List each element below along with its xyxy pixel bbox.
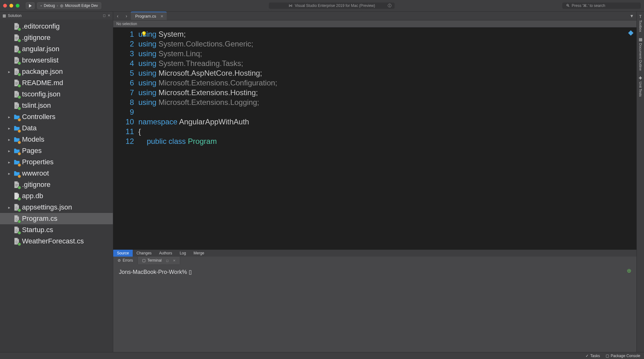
solution-tree[interactable]: .editorconfig.gitignoreangular.jsonbrows… bbox=[0, 19, 113, 352]
line-number: 2 bbox=[113, 39, 134, 49]
tree-item-tslint-json[interactable]: tslint.json bbox=[0, 100, 113, 111]
expand-chevron-icon[interactable]: ▸ bbox=[7, 137, 11, 142]
info-icon[interactable]: ⓘ bbox=[388, 3, 391, 8]
sc-tab-changes[interactable]: Changes bbox=[133, 250, 155, 257]
expand-chevron-icon[interactable]: ▸ bbox=[7, 115, 11, 119]
tree-item-wwwroot[interactable]: ▸wwwroot bbox=[0, 168, 113, 179]
minimize-window-button[interactable] bbox=[9, 4, 13, 8]
maximize-window-button[interactable] bbox=[16, 4, 19, 8]
right-tool-rail: TToolbox▦Document Outline✚Unit Tests bbox=[636, 12, 644, 352]
code-editor[interactable]: 💡 123456789101112 using System;using Sys… bbox=[113, 27, 636, 250]
tree-item-models[interactable]: ▸Models bbox=[0, 134, 113, 145]
rail-unit-tests[interactable]: ✚Unit Tests bbox=[639, 76, 642, 97]
editor-tab-strip: ‹ › Program.cs ✕ ▾ bbox=[113, 12, 636, 20]
app-title-label: Visual Studio Enterprise 2019 for Mac (P… bbox=[295, 3, 375, 8]
folder-file-icon bbox=[13, 169, 20, 177]
close-window-button[interactable] bbox=[3, 4, 7, 8]
errors-tab-label: Errors bbox=[123, 258, 133, 263]
code-line[interactable]: { bbox=[138, 127, 277, 136]
vcs-added-badge bbox=[18, 197, 21, 201]
tree-item-app-db[interactable]: app.db bbox=[0, 190, 113, 202]
rail-label: Document Outline bbox=[639, 43, 642, 71]
tree-item-label: .gitignore bbox=[22, 181, 51, 189]
vcs-added-badge bbox=[18, 242, 21, 246]
tree-item-label: Controllers bbox=[22, 113, 55, 121]
terminal-panel[interactable]: ⊕ Jons-MacBook-Pro-Work% ▯ bbox=[113, 264, 636, 352]
tree-item-appsettings-json[interactable]: ▸appsettings.json bbox=[0, 202, 113, 213]
editor-breadcrumb[interactable]: No selection bbox=[113, 20, 636, 27]
tab-overflow-button[interactable]: ▾ bbox=[627, 12, 636, 20]
expand-chevron-icon[interactable]: ▸ bbox=[7, 171, 11, 176]
code-line[interactable]: public class Program bbox=[138, 136, 277, 146]
code-line[interactable]: using System.Threading.Tasks; bbox=[138, 58, 277, 68]
sc-tab-merge[interactable]: Merge bbox=[190, 250, 208, 257]
tasks-status-button[interactable]: ✓ Tasks bbox=[586, 354, 600, 358]
tree-item-label: wwwroot bbox=[22, 169, 49, 177]
expand-chevron-icon[interactable]: ▸ bbox=[7, 205, 11, 210]
tree-item-pages[interactable]: ▸Pages bbox=[0, 145, 113, 156]
tree-item-properties[interactable]: ▸Properties bbox=[0, 156, 113, 168]
tree-item-program-cs[interactable]: Program.cs bbox=[0, 213, 113, 224]
sc-tab-log[interactable]: Log bbox=[176, 250, 190, 257]
code-line[interactable]: using Microsoft.AspNetCore.Hosting; bbox=[138, 68, 277, 78]
rail-toolbox[interactable]: TToolbox bbox=[639, 14, 642, 32]
vcs-added-badge bbox=[18, 186, 21, 189]
run-config-selector[interactable]: ▫ Debug › ◎ Microsoft Edge Dev bbox=[37, 2, 101, 9]
sc-tab-authors[interactable]: Authors bbox=[155, 250, 176, 257]
close-tab-icon[interactable]: ✕ bbox=[160, 14, 164, 19]
expand-chevron-icon[interactable]: ▸ bbox=[7, 69, 11, 74]
code-line[interactable]: using Microsoft.Extensions.Hosting; bbox=[138, 88, 277, 97]
tree-item-label: app.db bbox=[22, 192, 43, 200]
code-line[interactable]: using System.Collections.Generic; bbox=[138, 39, 277, 49]
titlebar: ▫ Debug › ◎ Microsoft Edge Dev ⋈ Visual … bbox=[0, 0, 644, 12]
rail-document-outline[interactable]: ▦Document Outline bbox=[639, 37, 642, 71]
nav-forward-button[interactable]: › bbox=[122, 12, 131, 20]
editor-tab-program[interactable]: Program.cs ✕ bbox=[131, 12, 167, 20]
terminal-popout-icon[interactable]: ◻ bbox=[166, 259, 169, 262]
tree-item-controllers[interactable]: ▸Controllers bbox=[0, 111, 113, 122]
panel-popout-icon[interactable]: ◻ bbox=[103, 14, 106, 18]
expand-chevron-icon[interactable]: ▸ bbox=[7, 149, 11, 153]
line-number: 12 bbox=[113, 136, 134, 146]
tree-item--editorconfig[interactable]: .editorconfig bbox=[0, 21, 113, 32]
code-line[interactable]: namespace AngularAppWithAuth bbox=[138, 117, 277, 127]
tree-item-readme-md[interactable]: README.md bbox=[0, 77, 113, 89]
vcs-added-badge bbox=[18, 62, 21, 65]
tree-item-data[interactable]: ▸Data bbox=[0, 122, 113, 134]
run-button[interactable] bbox=[26, 2, 35, 9]
tree-item-package-json[interactable]: ▸package.json bbox=[0, 66, 113, 77]
status-bar: ✓ Tasks ▢ Package Console bbox=[0, 352, 644, 359]
code-file-icon bbox=[13, 203, 20, 211]
code-line[interactable] bbox=[138, 107, 277, 117]
tree-item-startup-cs[interactable]: Startup.cs bbox=[0, 224, 113, 236]
tree-item-weatherforecast-cs[interactable]: WeatherForecast.cs bbox=[0, 236, 113, 247]
expand-chevron-icon[interactable]: ▸ bbox=[7, 160, 11, 165]
code-lines[interactable]: using System;using System.Collections.Ge… bbox=[138, 27, 277, 250]
code-line[interactable]: using Microsoft.Extensions.Logging; bbox=[138, 97, 277, 107]
tree-item-angular-json[interactable]: angular.json bbox=[0, 43, 113, 55]
code-file-icon bbox=[13, 226, 20, 234]
nav-back-button[interactable]: ‹ bbox=[113, 12, 122, 20]
sc-tab-source[interactable]: Source bbox=[113, 250, 133, 257]
vs-logo-icon: ⋈ bbox=[289, 3, 292, 8]
code-line[interactable]: using System.Linq; bbox=[138, 49, 277, 58]
errors-tab[interactable]: ⊘ Errors bbox=[113, 257, 138, 264]
terminal-tab[interactable]: ▢ Terminal ◻ ✕ bbox=[138, 257, 180, 264]
code-line[interactable]: using Microsoft.Extensions.Configuration… bbox=[138, 78, 277, 88]
code-line[interactable]: using System; bbox=[138, 29, 277, 39]
rail-label: Toolbox bbox=[639, 20, 642, 32]
global-search-input[interactable]: 🔍︎ Press '⌘.' to search bbox=[562, 3, 641, 9]
package-console-button[interactable]: ▢ Package Console bbox=[606, 354, 640, 358]
tree-item-tsconfig-json[interactable]: tsconfig.json bbox=[0, 89, 113, 100]
tree-item--gitignore[interactable]: .gitignore bbox=[0, 179, 113, 190]
expand-chevron-icon[interactable]: ▸ bbox=[7, 126, 11, 131]
terminal-close-icon[interactable]: ✕ bbox=[173, 259, 175, 262]
lightbulb-icon[interactable]: 💡 bbox=[141, 29, 147, 39]
tree-item-label: .editorconfig bbox=[22, 22, 60, 30]
panel-close-icon[interactable]: ✕ bbox=[108, 14, 110, 18]
new-terminal-button[interactable]: ⊕ bbox=[627, 267, 631, 274]
rail-icon: ▦ bbox=[639, 37, 642, 42]
tree-item-browserslist[interactable]: browserslist bbox=[0, 55, 113, 66]
code-file-icon bbox=[13, 237, 20, 245]
tree-item--gitignore[interactable]: .gitignore bbox=[0, 32, 113, 43]
